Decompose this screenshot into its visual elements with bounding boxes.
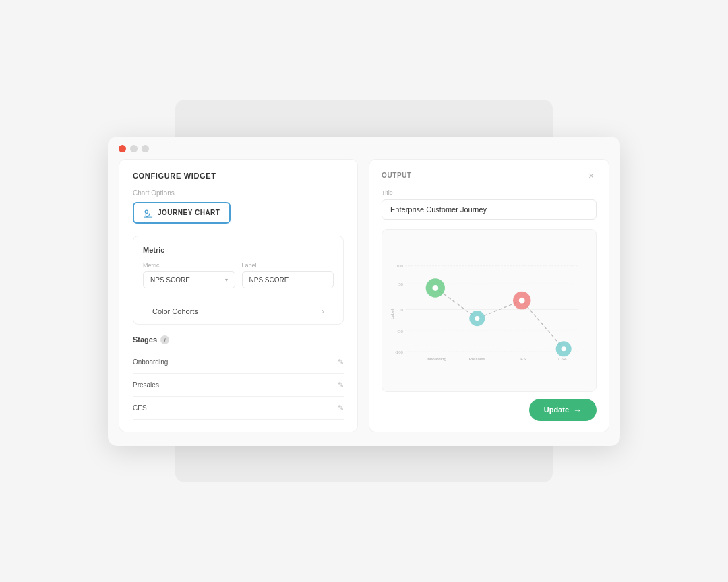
configure-widget-title: CONFIGURE WIDGET [133, 172, 344, 180]
stage-name-presales: Presales [133, 381, 159, 389]
info-icon: i [160, 335, 169, 344]
chevron-right-icon: › [322, 306, 324, 316]
metric-select[interactable]: NPS SCORE ▾ [143, 271, 235, 288]
stages-header: Stages i [133, 335, 344, 344]
map-icon [144, 208, 153, 218]
modal-window: CONFIGURE WIDGET Chart Options JOURNEY C… [108, 137, 620, 446]
content-row: CONFIGURE WIDGET Chart Options JOURNEY C… [108, 159, 620, 446]
window-dot-green[interactable] [142, 145, 149, 152]
journey-line [435, 288, 564, 348]
metric-section-title: Metric [143, 246, 334, 254]
stage-name-onboarding: Onboarding [133, 358, 168, 366]
right-panel: OUTPUT × Title Enterprise Customer Journ… [369, 159, 609, 432]
journey-chart-label: JOURNEY CHART [158, 209, 220, 216]
point-csat-center [562, 346, 566, 351]
journey-chart-button[interactable]: JOURNEY CHART [133, 202, 231, 224]
stages-title: Stages [133, 335, 157, 344]
svg-point-0 [145, 210, 148, 213]
metric-row: Metric NPS SCORE ▾ Label NPS SCORE [143, 262, 334, 288]
point-onboarding-center [432, 285, 438, 291]
update-button[interactable]: Update → [529, 399, 597, 421]
chart-options-label: Chart Options [133, 189, 344, 197]
y-tick-minus100: -100 [395, 349, 404, 354]
y-tick-100: 100 [396, 263, 404, 268]
x-label-onboarding: Onboarding [425, 356, 447, 360]
journey-chart-svg: Label 100 50 0 -50 -1 [388, 236, 590, 386]
color-cohorts-row[interactable]: Color Cohorts › [143, 298, 334, 324]
color-cohorts-label: Color Cohorts [152, 307, 198, 315]
y-tick-50: 50 [398, 281, 403, 286]
stage-item-presales: Presales ✎ [133, 374, 344, 397]
x-label-presales: Presales [469, 356, 485, 360]
metric-section: Metric Metric NPS SCORE ▾ Label NPS SCOR… [133, 236, 344, 325]
stage-item-onboarding: Onboarding ✎ [133, 351, 344, 374]
x-label-ces: CES [518, 356, 526, 360]
title-section: Title Enterprise Customer Journey [382, 189, 597, 220]
chart-area: Label 100 50 0 -50 -1 [382, 229, 597, 392]
label-field: Label NPS SCORE [242, 262, 334, 288]
x-label-csat: CSAT [558, 356, 569, 360]
title-input[interactable]: Enterprise Customer Journey [382, 199, 597, 220]
metric-select-arrow: ▾ [225, 277, 228, 283]
arrow-right-icon: → [573, 405, 582, 415]
metric-field: Metric NPS SCORE ▾ [143, 262, 235, 288]
label-input[interactable]: NPS SCORE [242, 271, 334, 288]
update-btn-row: Update → [382, 399, 597, 421]
edit-icon-ces[interactable]: ✎ [338, 403, 344, 412]
title-field-label: Title [382, 189, 597, 196]
stages-section: Stages i Onboarding ✎ Presales ✎ CES ✎ [133, 335, 344, 420]
y-axis-label: Label [390, 309, 394, 319]
label-field-label: Label [242, 262, 334, 269]
y-tick-minus50: -50 [397, 328, 404, 333]
edit-icon-onboarding[interactable]: ✎ [338, 358, 344, 366]
outer-wrapper: CONFIGURE WIDGET Chart Options JOURNEY C… [0, 0, 728, 582]
metric-field-label: Metric [143, 262, 235, 269]
stage-item-ces: CES ✎ [133, 397, 344, 420]
close-button[interactable]: × [586, 170, 597, 181]
y-tick-0: 0 [401, 307, 404, 312]
output-title-label: OUTPUT [382, 172, 412, 179]
metric-select-value: NPS SCORE [150, 276, 190, 284]
window-dot-yellow[interactable] [130, 145, 138, 152]
point-presales-center [475, 316, 479, 321]
window-dot-red[interactable] [119, 145, 126, 152]
stage-name-ces: CES [133, 404, 147, 412]
point-ces-center [519, 297, 525, 303]
left-panel: CONFIGURE WIDGET Chart Options JOURNEY C… [119, 159, 358, 432]
output-header: OUTPUT × [382, 170, 597, 181]
window-chrome [108, 137, 620, 159]
edit-icon-presales[interactable]: ✎ [338, 381, 344, 389]
update-btn-label: Update [544, 406, 569, 414]
